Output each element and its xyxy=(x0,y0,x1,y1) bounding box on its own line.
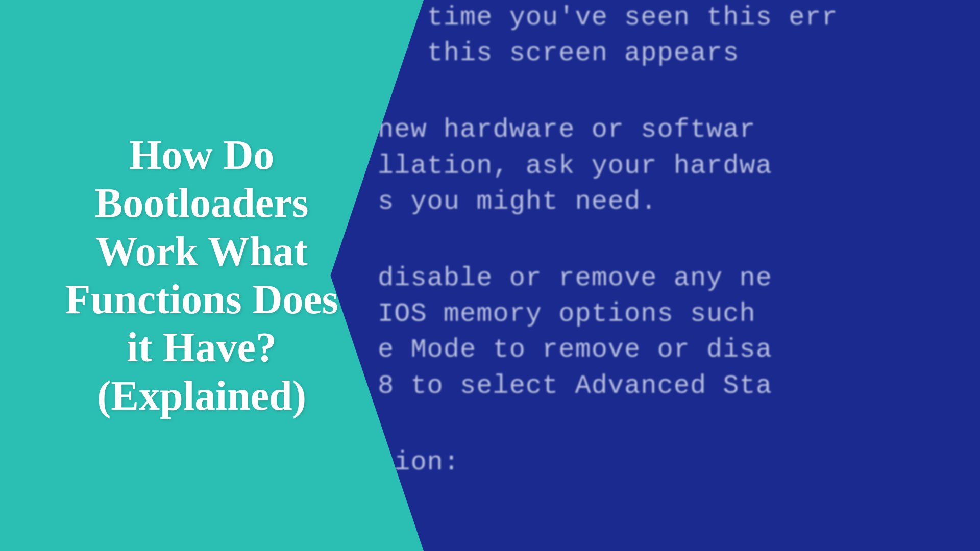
bsod-text-area: st time you've seen this err If this scr… xyxy=(357,0,980,551)
bsod-line-10: tion: xyxy=(378,445,960,481)
title-line4: Functions Does xyxy=(65,276,338,322)
title-line3: Work What xyxy=(95,228,307,274)
bsod-line-7: IOS memory options such xyxy=(378,296,960,332)
title-line5: it Have? xyxy=(127,324,277,370)
bsod-line-1: st time you've seen this err xyxy=(378,0,960,36)
bsod-line-6: disable or remove any ne xyxy=(378,261,960,296)
bsod-line-2: If this screen appears xyxy=(378,36,960,71)
title-line2: Bootloaders xyxy=(94,180,308,226)
bsod-line-9: 8 to select Advanced Sta xyxy=(378,368,960,404)
article-title: How Do Bootloaders Work What Functions D… xyxy=(65,131,338,420)
bsod-line-8: e Mode to remove or disa xyxy=(378,332,960,368)
main-container: st time you've seen this err If this scr… xyxy=(0,0,980,551)
bsod-line-4: llation, ask your hardwa xyxy=(378,148,960,184)
title-line1: How Do xyxy=(129,132,275,178)
bsod-line-3: new hardware or softwar xyxy=(378,112,960,148)
bsod-line-5: s you might need. xyxy=(378,184,960,220)
title-line6: (Explained) xyxy=(97,372,306,419)
